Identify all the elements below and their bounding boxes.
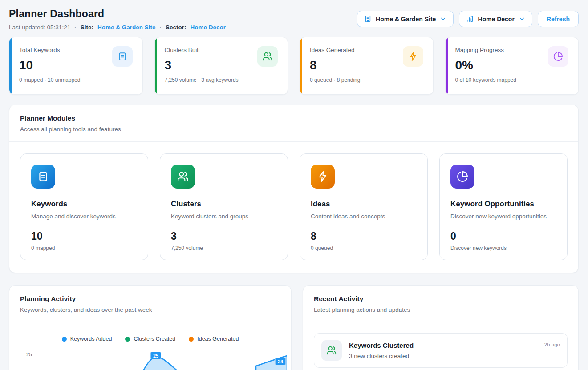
chevron-down-icon: [440, 16, 446, 22]
stat-sub: 0 of 10 keywords mapped: [455, 77, 569, 83]
module-value: 0: [450, 230, 556, 242]
module-title: Clusters: [171, 200, 277, 209]
module-description: Content ideas and concepts: [311, 213, 417, 220]
document-icon: [31, 165, 55, 189]
divider: [9, 322, 291, 322]
chart-legend: Keywords Added Clusters Created Ideas Ge…: [9, 336, 291, 342]
module-value: 10: [31, 230, 137, 242]
module-sub: Discover new keywords: [450, 245, 556, 251]
planning-activity-title: Planning Activity: [20, 295, 280, 303]
users-icon: [321, 340, 342, 361]
activity-item-keywords-clustered: Keywords Clustered 3 new clusters create…: [314, 333, 568, 368]
module-sub: 0 queued: [311, 245, 417, 251]
module-description: Discover new keyword opportunities: [450, 213, 556, 220]
bottom-panels-row: Planning Activity Keywords, clusters, an…: [9, 285, 579, 370]
site-link[interactable]: Home & Garden Site: [97, 24, 156, 31]
stat-sub: 0 mapped · 10 unmapped: [19, 77, 133, 83]
bar-chart-icon: [466, 15, 474, 23]
lightning-icon: [311, 165, 335, 189]
pie-chart-icon: [450, 165, 474, 189]
activity-timestamp: 2h ago: [544, 342, 560, 347]
planning-activity-chart: 25 25 24: [9, 352, 291, 370]
activity-title: Keywords Clustered: [349, 342, 537, 349]
lightning-icon: [403, 46, 423, 67]
data-label-badge: 25: [150, 352, 161, 359]
legend-label: Clusters Created: [134, 336, 175, 342]
recent-activity-title: Recent Activity: [314, 295, 568, 303]
stat-cards-row: Total Keywords 10 0 mapped · 10 unmapped…: [9, 37, 579, 95]
module-cards-row: Keywords Manage and discover keywords 10…: [9, 142, 578, 273]
module-sub: 0 mapped: [31, 245, 137, 251]
document-icon: [112, 46, 133, 67]
module-title: Keyword Opportunities: [450, 200, 556, 209]
legend-item-keywords-added[interactable]: Keywords Added: [62, 336, 112, 342]
module-value: 3: [171, 230, 277, 242]
last-updated-text: Last updated: 05:31:21: [9, 24, 70, 31]
building-icon: [364, 15, 372, 23]
sector-link[interactable]: Home Decor: [190, 24, 226, 31]
meta-separator: ·: [74, 24, 77, 31]
modules-subtitle: Access all planning tools and features: [20, 126, 568, 133]
users-icon: [257, 46, 278, 67]
stat-sub: 7,250 volume · 3 avg keywords: [165, 77, 278, 83]
chevron-down-icon: [519, 16, 525, 22]
data-label-badge: 24: [275, 358, 286, 365]
stat-card-total-keywords: Total Keywords 10 0 mapped · 10 unmapped: [9, 37, 143, 95]
legend-dot-green: [125, 337, 130, 342]
header-meta: Last updated: 05:31:21 · Site: Home & Ga…: [9, 24, 226, 31]
modules-title: Planner Modules: [20, 114, 568, 122]
recent-activity-panel: Recent Activity Latest planning actions …: [303, 285, 579, 370]
module-card-keyword-opportunities[interactable]: Keyword Opportunities Discover new keywo…: [439, 153, 568, 260]
sector-selector-button[interactable]: Home Decor: [459, 11, 532, 27]
planner-modules-panel: Planner Modules Access all planning tool…: [9, 105, 579, 273]
modules-header: Planner Modules Access all planning tool…: [9, 105, 578, 141]
sector-label: Sector:: [166, 24, 187, 31]
users-icon: [171, 165, 195, 189]
page-header: Planner Dashboard Last updated: 05:31:21…: [9, 8, 579, 31]
module-description: Keyword clusters and groups: [171, 213, 277, 220]
planning-activity-subtitle: Keywords, clusters, and ideas over the p…: [20, 306, 280, 313]
refresh-button[interactable]: Refresh: [538, 11, 579, 27]
meta-separator: ·: [159, 24, 162, 31]
planning-activity-panel: Planning Activity Keywords, clusters, an…: [9, 285, 292, 370]
recent-activity-list: Keywords Clustered 3 new clusters create…: [303, 322, 578, 370]
legend-dot-orange: [189, 337, 194, 342]
recent-activity-subtitle: Latest planning actions and updates: [314, 306, 568, 313]
legend-dot-blue: [62, 337, 67, 342]
header-left: Planner Dashboard Last updated: 05:31:21…: [9, 8, 226, 31]
stat-card-mapping-progress: Mapping Progress 0% 0 of 10 keywords map…: [445, 37, 579, 95]
site-selector-button[interactable]: Home & Garden Site: [357, 11, 454, 27]
stat-sub: 0 queued · 8 pending: [310, 77, 423, 83]
pie-chart-icon: [548, 46, 568, 67]
module-description: Manage and discover keywords: [31, 213, 137, 220]
page-title: Planner Dashboard: [9, 8, 226, 20]
module-title: Keywords: [31, 200, 137, 209]
module-sub: 7,250 volume: [171, 245, 277, 251]
site-label: Site:: [81, 24, 93, 31]
planner-dashboard-page: Planner Dashboard Last updated: 05:31:21…: [0, 0, 588, 370]
sector-selector-label: Home Decor: [478, 16, 514, 23]
activity-text: Keywords Clustered 3 new clusters create…: [349, 342, 537, 359]
legend-item-ideas-generated[interactable]: Ideas Generated: [189, 336, 239, 342]
module-value: 8: [311, 230, 417, 242]
site-selector-label: Home & Garden Site: [376, 16, 436, 23]
module-card-ideas[interactable]: Ideas Content ideas and concepts 8 0 que…: [300, 153, 428, 260]
module-card-keywords[interactable]: Keywords Manage and discover keywords 10…: [20, 153, 148, 260]
planning-activity-header: Planning Activity Keywords, clusters, an…: [9, 286, 291, 322]
module-card-clusters[interactable]: Clusters Keyword clusters and groups 3 7…: [160, 153, 288, 260]
stat-card-ideas-generated: Ideas Generated 8 0 queued · 8 pending: [300, 37, 434, 95]
activity-description: 3 new clusters created: [349, 353, 537, 359]
legend-item-clusters-created[interactable]: Clusters Created: [125, 336, 175, 342]
recent-activity-header: Recent Activity Latest planning actions …: [303, 286, 578, 322]
header-actions: Home & Garden Site Home Decor Refresh: [357, 11, 579, 27]
legend-label: Ideas Generated: [197, 336, 239, 342]
y-axis-tick: 25: [26, 352, 32, 357]
legend-label: Keywords Added: [70, 336, 112, 342]
stat-card-clusters-built: Clusters Built 3 7,250 volume · 3 avg ke…: [154, 37, 288, 95]
module-title: Ideas: [311, 200, 417, 209]
